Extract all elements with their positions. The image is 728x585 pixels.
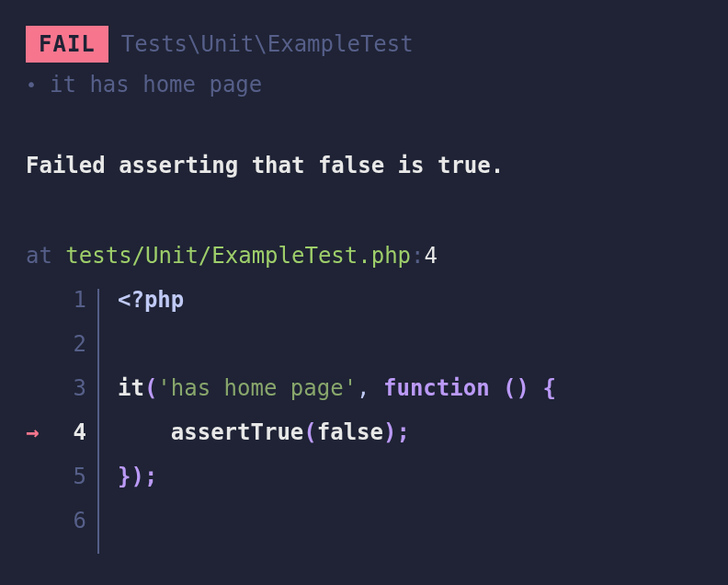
code-line-2: 2 [26, 327, 702, 372]
code-line-6: 6 [26, 504, 702, 548]
test-class-name: Tests\Unit\ExampleTest [121, 28, 414, 61]
code-line-5: 5 }); [26, 460, 702, 504]
line-number: 5 [64, 460, 99, 493]
test-item: • it has home page [26, 68, 702, 101]
code-content: it('has home page', function () { [99, 372, 556, 405]
line-number: 6 [64, 504, 99, 537]
line-number: 3 [64, 372, 99, 405]
bullet-icon: • [26, 71, 37, 98]
line-number: 1 [64, 283, 99, 316]
fail-badge: FAIL [26, 26, 108, 63]
test-description: it has home page [50, 68, 262, 101]
code-content-active: assertTrue(false); [99, 416, 410, 449]
arrow-icon: → [26, 416, 64, 449]
test-result-header: FAIL Tests\Unit\ExampleTest [26, 26, 702, 63]
at-keyword: at [26, 243, 52, 269]
code-line-4: → 4 assertTrue(false); [26, 416, 702, 460]
line-number-active: 4 [64, 416, 99, 449]
code-content: <?php [99, 283, 184, 316]
location-separator: : [411, 243, 424, 269]
file-path: tests/Unit/ExampleTest.php [65, 243, 411, 269]
code-snippet: 1 <?php 2 3 it('has home page', function… [26, 283, 702, 548]
code-content: }); [99, 460, 157, 493]
error-message: Failed asserting that false is true. [26, 149, 702, 182]
code-line-1: 1 <?php [26, 283, 702, 327]
code-line-3: 3 it('has home page', function () { [26, 372, 702, 416]
line-number: 2 [64, 327, 99, 361]
error-location: at tests/Unit/ExampleTest.php:4 [26, 239, 702, 272]
error-line-number: 4 [425, 243, 438, 269]
